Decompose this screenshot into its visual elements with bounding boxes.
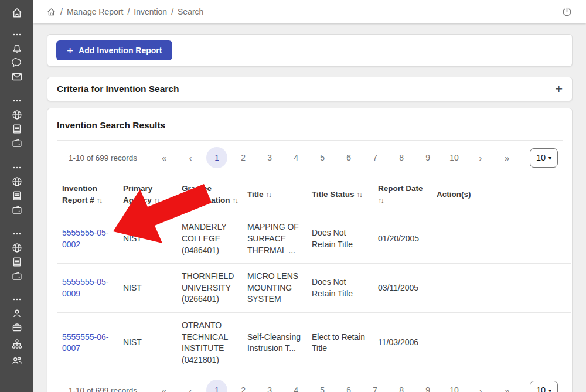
page-buttons: « ‹ 1 2 3 4 5 6 7 8 9 10 › » <box>154 147 523 168</box>
top-bar: / Manage Report / Invention / Search <box>33 0 586 23</box>
cell-title: MAPPING OF SURFACE THERMAL ... <box>247 214 312 264</box>
cell-report-number: 5555555-05-0009 <box>57 264 123 313</box>
cell-actions <box>437 312 571 373</box>
cell-agency: NIST <box>123 214 182 264</box>
page-button-10[interactable]: 10 <box>444 147 465 168</box>
wallet-icon[interactable] <box>10 136 24 150</box>
page-button-8[interactable]: 8 <box>391 147 412 168</box>
chat-icon[interactable] <box>10 56 24 70</box>
page-button-9[interactable]: 9 <box>417 147 438 168</box>
page-button-4[interactable]: 4 <box>285 380 306 392</box>
page-button-6[interactable]: 6 <box>338 147 359 168</box>
cell-actions <box>437 214 571 264</box>
table-row: 5555555-05-0002 NIST MANDERLY COLLEGE (0… <box>57 214 571 264</box>
cell-report-number: 5555555-06-0007 <box>57 312 123 373</box>
page-size-select[interactable]: 10 ▾ <box>530 148 558 168</box>
page-size-select[interactable]: 10 ▾ <box>530 381 558 392</box>
column-report-date[interactable]: Report Date ↑↓ <box>378 175 437 214</box>
table-header-row: Invention Report # ↑↓ Primary Agency ↑↓ … <box>57 175 571 214</box>
page-button-2[interactable]: 2 <box>233 380 254 392</box>
report-number-link[interactable]: 5555555-05-0009 <box>62 277 108 298</box>
sort-icon[interactable]: ↑↓ <box>265 190 272 199</box>
column-invention-report[interactable]: Invention Report # ↑↓ <box>57 175 123 214</box>
person-icon[interactable] <box>10 306 24 321</box>
first-page-button[interactable]: « <box>154 380 175 392</box>
page-button-5[interactable]: 5 <box>312 380 333 392</box>
records-count: 1-10 of 699 records <box>69 386 137 392</box>
document-icon[interactable] <box>10 122 24 136</box>
column-actions: Action(s) <box>437 175 571 214</box>
pagination-top: 1-10 of 699 records « ‹ 1 2 3 4 5 6 7 8 … <box>47 141 572 175</box>
sort-icon[interactable]: ↑↓ <box>378 196 384 204</box>
page-button-3[interactable]: 3 <box>259 147 280 168</box>
pagination-bottom: 1-10 of 699 records « ‹ 1 2 3 4 5 6 7 8 … <box>47 373 572 392</box>
records-count: 1-10 of 699 records <box>69 154 137 162</box>
page-button-1[interactable]: 1 <box>206 147 227 168</box>
page-button-2[interactable]: 2 <box>233 147 254 168</box>
first-page-button[interactable]: « <box>154 147 175 168</box>
chevron-down-icon: ▾ <box>548 387 551 392</box>
briefcase-icon[interactable] <box>10 321 24 335</box>
breadcrumb-separator: / <box>171 7 173 16</box>
page-button-7[interactable]: 7 <box>364 380 386 392</box>
page-button-8[interactable]: 8 <box>391 380 412 392</box>
page-button-10[interactable]: 10 <box>444 380 465 392</box>
report-number-link[interactable]: 5555555-05-0002 <box>62 228 108 249</box>
next-page-button[interactable]: › <box>470 147 491 168</box>
logout-power-button[interactable] <box>561 6 573 18</box>
results-table: Invention Report # ↑↓ Primary Agency ↑↓ … <box>57 175 571 373</box>
ellipsis-icon <box>10 227 24 241</box>
breadcrumb-home-icon[interactable] <box>46 7 56 17</box>
expand-plus-icon[interactable]: + <box>555 83 563 96</box>
cell-agency: NIST <box>123 264 182 313</box>
criteria-panel[interactable]: Criteria for Invention Search + <box>47 77 573 101</box>
sidebar <box>0 0 33 392</box>
next-page-button[interactable]: › <box>470 380 491 392</box>
people-icon[interactable] <box>10 353 24 367</box>
column-grantee-organization[interactable]: Grantee Organization ↑↓ <box>182 175 247 214</box>
globe-icon[interactable] <box>10 241 24 255</box>
wallet-icon[interactable] <box>10 269 24 283</box>
plus-icon: + <box>67 45 73 56</box>
page-button-6[interactable]: 6 <box>338 380 359 392</box>
column-title-status[interactable]: Title Status ↑↓ <box>312 175 378 214</box>
last-page-button[interactable]: » <box>496 380 517 392</box>
add-invention-report-button[interactable]: + Add Invention Report <box>56 40 172 60</box>
sort-icon[interactable]: ↑↓ <box>154 196 161 204</box>
wallet-icon[interactable] <box>10 203 24 217</box>
page-button-3[interactable]: 3 <box>259 380 280 392</box>
cell-agency: NIST <box>123 312 182 373</box>
page-button-4[interactable]: 4 <box>285 147 306 168</box>
page-button-7[interactable]: 7 <box>364 147 386 168</box>
report-number-link[interactable]: 5555555-06-0007 <box>62 332 108 353</box>
ellipsis-icon <box>10 292 24 306</box>
globe-icon[interactable] <box>10 175 24 189</box>
sort-icon[interactable]: ↑↓ <box>356 190 363 199</box>
bell-icon[interactable] <box>10 42 24 56</box>
column-primary-agency[interactable]: Primary Agency ↑↓ <box>123 175 182 214</box>
page-button-5[interactable]: 5 <box>312 147 333 168</box>
ellipsis-icon <box>10 94 24 108</box>
breadcrumb-invention[interactable]: Invention <box>134 7 167 16</box>
prev-page-button[interactable]: ‹ <box>180 147 201 168</box>
document-icon[interactable] <box>10 189 24 203</box>
globe-icon[interactable] <box>10 108 24 122</box>
sort-icon[interactable]: ↑↓ <box>97 196 103 204</box>
results-panel: Invention Search Results 1-10 of 699 rec… <box>47 108 573 392</box>
page-button-1[interactable]: 1 <box>206 380 227 392</box>
breadcrumb-manage-report[interactable]: Manage Report <box>67 7 124 16</box>
column-title[interactable]: Title ↑↓ <box>247 175 312 214</box>
page-button-9[interactable]: 9 <box>417 380 438 392</box>
home-icon[interactable] <box>10 6 24 20</box>
mail-icon[interactable] <box>10 70 24 84</box>
sitemap-icon[interactable] <box>10 337 24 351</box>
cell-title-status: Elect to Retain Title <box>312 312 378 373</box>
cell-organization: OTRANTO TECHNICAL INSTITUTE (0421801) <box>182 312 247 373</box>
sort-icon[interactable]: ↑↓ <box>232 196 239 204</box>
document-icon[interactable] <box>10 255 24 269</box>
table-row: 5555555-05-0009 NIST THORNFIELD UNIVERSI… <box>57 264 571 313</box>
cell-report-date: 03/11/2005 <box>378 264 437 313</box>
prev-page-button[interactable]: ‹ <box>180 380 201 392</box>
last-page-button[interactable]: » <box>496 147 517 168</box>
cell-title: MICRO LENS MOUNTING SYSTEM <box>247 264 312 313</box>
